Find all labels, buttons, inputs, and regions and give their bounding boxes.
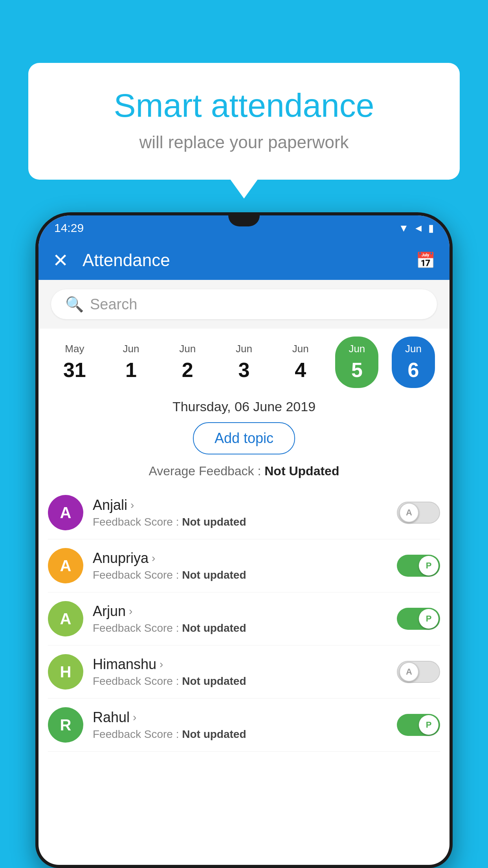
attendance-toggle[interactable]: P — [397, 608, 440, 630]
app-bar-title: Attendance — [83, 250, 416, 270]
avg-feedback-value: Not Updated — [264, 464, 339, 478]
feedback-score: Feedback Score : Not updated — [93, 675, 397, 688]
content-area: 🔍 Search May31Jun1Jun2Jun3Jun4Jun5Jun6 T… — [39, 280, 449, 752]
date-item[interactable]: Jun4 — [279, 337, 322, 388]
date-month: May — [65, 343, 84, 355]
toggle-container[interactable]: P — [397, 714, 440, 736]
avatar: A — [48, 601, 83, 636]
date-day: 4 — [295, 358, 306, 382]
date-month: Jun — [405, 343, 422, 355]
toggle-container[interactable]: P — [397, 608, 440, 630]
student-item[interactable]: AAnupriya ›Feedback Score : Not updatedP — [48, 539, 440, 592]
student-name: Himanshu › — [93, 656, 397, 673]
battery-icon: ▮ — [428, 222, 434, 234]
bubble-title: Smart attendance — [60, 86, 428, 125]
date-item[interactable]: Jun5 — [335, 337, 378, 388]
attendance-toggle[interactable]: A — [397, 661, 440, 683]
chevron-icon: › — [133, 711, 136, 724]
date-item[interactable]: Jun3 — [222, 337, 266, 388]
status-icons: ▼ ◄ ▮ — [399, 222, 434, 234]
feedback-score: Feedback Score : Not updated — [93, 728, 397, 741]
student-name: Arjun › — [93, 603, 397, 620]
feedback-score: Feedback Score : Not updated — [93, 569, 397, 581]
avatar: A — [48, 495, 83, 530]
attendance-toggle[interactable]: P — [397, 555, 440, 577]
date-day: 5 — [351, 358, 363, 382]
student-info: Anjali ›Feedback Score : Not updated — [93, 497, 397, 528]
date-month: Jun — [292, 343, 309, 355]
speech-bubble-container: Smart attendance will replace your paper… — [28, 63, 460, 180]
avatar: H — [48, 654, 83, 690]
bubble-subtitle: will replace your paperwork — [60, 132, 428, 152]
date-day: 6 — [408, 358, 419, 382]
signal-icon: ◄ — [413, 222, 424, 234]
date-item[interactable]: Jun6 — [392, 337, 435, 388]
toggle-knob: P — [419, 715, 438, 735]
student-info: Rahul ›Feedback Score : Not updated — [93, 709, 397, 741]
phone-inner: 14:29 ▼ ◄ ▮ ✕ Attendance 📅 🔍 Search — [39, 215, 449, 865]
student-info: Himanshu ›Feedback Score : Not updated — [93, 656, 397, 688]
student-name: Anupriya › — [93, 550, 397, 566]
date-month: Jun — [123, 343, 139, 355]
date-selector: May31Jun1Jun2Jun3Jun4Jun5Jun6 — [39, 329, 449, 388]
student-item[interactable]: HHimanshu ›Feedback Score : Not updatedA — [48, 645, 440, 699]
close-button[interactable]: ✕ — [53, 249, 68, 271]
student-info: Arjun ›Feedback Score : Not updated — [93, 603, 397, 634]
student-item[interactable]: AArjun ›Feedback Score : Not updatedP — [48, 592, 440, 645]
status-bar: 14:29 ▼ ◄ ▮ — [39, 215, 449, 241]
phone-frame: 14:29 ▼ ◄ ▮ ✕ Attendance 📅 🔍 Search — [35, 212, 453, 868]
avatar: R — [48, 707, 83, 743]
toggle-container[interactable]: A — [397, 502, 440, 524]
date-item[interactable]: Jun2 — [166, 337, 209, 388]
chevron-icon: › — [129, 605, 132, 618]
avg-feedback: Average Feedback : Not Updated — [39, 464, 449, 478]
attendance-toggle[interactable]: A — [397, 502, 440, 524]
avatar: A — [48, 548, 83, 583]
date-month: Jun — [349, 343, 365, 355]
notch — [228, 215, 260, 226]
chevron-icon: › — [160, 658, 163, 671]
chevron-icon: › — [152, 552, 155, 565]
date-day: 31 — [63, 358, 86, 382]
toggle-container[interactable]: P — [397, 555, 440, 577]
speech-bubble: Smart attendance will replace your paper… — [28, 63, 460, 180]
toggle-knob: P — [419, 556, 438, 576]
search-bar[interactable]: 🔍 Search — [51, 289, 437, 319]
student-item[interactable]: RRahul ›Feedback Score : Not updatedP — [48, 699, 440, 752]
date-day: 3 — [238, 358, 250, 382]
chevron-icon: › — [130, 499, 134, 511]
date-day: 1 — [125, 358, 137, 382]
date-item[interactable]: May31 — [53, 337, 96, 388]
toggle-knob: P — [419, 609, 438, 629]
student-info: Anupriya ›Feedback Score : Not updated — [93, 550, 397, 581]
search-placeholder: Search — [90, 296, 137, 313]
feedback-score: Feedback Score : Not updated — [93, 622, 397, 634]
date-month: Jun — [236, 343, 252, 355]
search-icon: 🔍 — [65, 296, 84, 313]
wifi-icon: ▼ — [399, 222, 409, 234]
date-day: 2 — [182, 358, 193, 382]
date-item[interactable]: Jun1 — [110, 337, 153, 388]
feedback-score: Feedback Score : Not updated — [93, 516, 397, 528]
app-bar: ✕ Attendance 📅 — [39, 241, 449, 280]
attendance-toggle[interactable]: P — [397, 714, 440, 736]
search-container: 🔍 Search — [39, 280, 449, 329]
toggle-container[interactable]: A — [397, 661, 440, 683]
student-item[interactable]: AAnjali ›Feedback Score : Not updatedA — [48, 486, 440, 539]
toggle-knob: A — [399, 662, 419, 682]
date-month: Jun — [179, 343, 196, 355]
add-topic-button[interactable]: Add topic — [193, 422, 295, 454]
toggle-knob: A — [399, 503, 419, 522]
student-name: Anjali › — [93, 497, 397, 513]
selected-date-label: Thursday, 06 June 2019 — [39, 388, 449, 422]
student-list: AAnjali ›Feedback Score : Not updatedAAA… — [39, 486, 449, 752]
calendar-icon[interactable]: 📅 — [416, 251, 435, 270]
student-name: Rahul › — [93, 709, 397, 726]
avg-feedback-prefix: Average Feedback : — [149, 464, 265, 478]
status-time: 14:29 — [54, 221, 84, 235]
